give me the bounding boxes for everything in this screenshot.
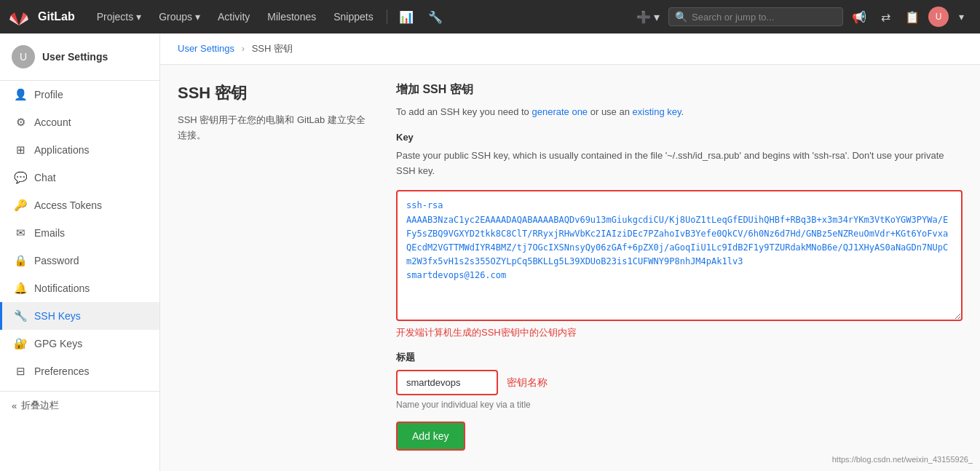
nav-projects[interactable]: Projects ▾ <box>90 8 149 25</box>
title-section: 标题 密钥名称 Name your individual key via a t… <box>396 351 963 410</box>
merge-request-icon[interactable]: ⇄ <box>875 7 896 27</box>
gpg-keys-icon: 🔐 <box>14 337 27 350</box>
sidebar-label-emails: Emails <box>34 227 65 239</box>
page-title: SSH 密钥 <box>178 82 367 104</box>
breadcrumb-current: SSH 密钥 <box>252 43 293 54</box>
search-icon: 🔍 <box>675 11 687 23</box>
sidebar-avatar: U <box>12 45 35 68</box>
helper-text: To add an SSH key you need to generate o… <box>396 105 963 120</box>
nav-activity[interactable]: Activity <box>210 8 257 25</box>
sidebar-label-applications: Applications <box>34 144 90 156</box>
sidebar-label-preferences: Preferences <box>34 365 89 377</box>
broadcast-icon[interactable]: 📢 <box>846 7 872 27</box>
sidebar-label-notifications: Notifications <box>34 282 90 294</box>
account-icon: ⚙ <box>14 116 27 129</box>
add-ssh-key-title: 增加 SSH 密钥 <box>396 82 963 98</box>
generate-link[interactable]: generate one <box>532 106 588 117</box>
brand-name: GitLab <box>38 10 75 23</box>
helper-mid: or use an <box>588 106 632 117</box>
sidebar-item-password[interactable]: 🔒 Password <box>0 247 159 274</box>
breadcrumb-parent[interactable]: User Settings <box>178 43 234 54</box>
sidebar-label-ssh-keys: SSH Keys <box>34 310 81 322</box>
breadcrumb: User Settings › SSH 密钥 <box>160 33 980 65</box>
sidebar-label-chat: Chat <box>34 172 56 183</box>
nav-groups[interactable]: Groups ▾ <box>151 8 208 25</box>
ssh-key-textarea[interactable]: ssh-rsa AAAAB3NzaC1yc2EAAAADAQABAAAABAQD… <box>396 190 963 321</box>
sidebar-item-chat[interactable]: 💬 Chat <box>0 164 159 191</box>
sidebar-item-ssh-keys[interactable]: 🔧 SSH Keys <box>0 302 159 330</box>
title-placeholder-text: 密钥名称 <box>507 376 548 389</box>
sidebar-item-profile[interactable]: 👤 Profile <box>0 81 159 108</box>
gitlab-logo[interactable] <box>9 7 29 27</box>
sidebar-item-emails[interactable]: ✉ Emails <box>0 219 159 247</box>
preferences-icon: ⊟ <box>14 365 27 378</box>
nav-milestones[interactable]: Milestones <box>260 8 323 25</box>
collapse-icon: « <box>12 400 17 411</box>
search-box[interactable]: 🔍 <box>668 7 843 26</box>
plus-button[interactable]: ➕ ▾ <box>631 7 665 27</box>
sidebar-item-gpg-keys[interactable]: 🔐 GPG Keys <box>0 330 159 357</box>
chat-icon: 💬 <box>14 171 27 184</box>
ssh-keys-icon: 🔧 <box>14 309 27 322</box>
search-input[interactable] <box>692 12 837 23</box>
title-field-label: 标题 <box>396 351 963 364</box>
helper-pre: To add an SSH key you need to <box>396 106 532 117</box>
content-area: SSH 密钥 SSH 密钥用于在您的电脑和 GitLab 建立安全连接。 增加 … <box>160 65 980 471</box>
title-hint: Name your individual key via a title <box>396 400 963 410</box>
helper-end: . <box>681 106 684 117</box>
sidebar-label-profile: Profile <box>34 89 63 100</box>
watermark: https://blog.csdn.net/weixin_43155926_ <box>832 455 973 464</box>
password-icon: 🔒 <box>14 254 27 267</box>
applications-icon: ⊞ <box>14 143 27 157</box>
existing-key-link[interactable]: existing key <box>633 106 681 117</box>
key-label: Key <box>396 132 963 143</box>
emails-icon: ✉ <box>14 226 27 240</box>
breadcrumb-separator: › <box>242 43 245 54</box>
wrench-icon[interactable]: 🔧 <box>422 7 448 27</box>
sidebar-item-preferences[interactable]: ⊟ Preferences <box>0 357 159 385</box>
left-panel: SSH 密钥 SSH 密钥用于在您的电脑和 GitLab 建立安全连接。 <box>178 82 396 471</box>
add-key-button[interactable]: Add key <box>396 421 465 451</box>
page-layout: U User Settings 👤 Profile ⚙ Account ⊞ Ap… <box>0 33 980 471</box>
ssh-key-title-input[interactable] <box>396 370 498 395</box>
title-row: 密钥名称 <box>396 370 963 395</box>
key-helper-text: Paste your public SSH key, which is usua… <box>396 149 963 179</box>
nav-divider <box>387 9 387 24</box>
profile-icon: 👤 <box>14 88 27 101</box>
sidebar-title: User Settings <box>42 51 108 63</box>
key-annotation: 开发端计算机生成的SSH密钥中的公钥内容 <box>396 326 963 339</box>
sidebar-label-account: Account <box>34 116 71 128</box>
collapse-sidebar-button[interactable]: « 折叠边栏 <box>0 391 159 419</box>
sidebar-label-access-tokens: Access Tokens <box>34 199 102 211</box>
chart-icon[interactable]: 📊 <box>393 7 419 27</box>
sidebar: U User Settings 👤 Profile ⚙ Account ⊞ Ap… <box>0 33 160 471</box>
sidebar-item-account[interactable]: ⚙ Account <box>0 108 159 136</box>
sidebar-header: U User Settings <box>0 33 159 81</box>
sidebar-label-gpg-keys: GPG Keys <box>34 338 82 349</box>
issues-icon[interactable]: 📋 <box>899 7 925 27</box>
notifications-icon: 🔔 <box>14 282 27 295</box>
collapse-label: 折叠边栏 <box>21 399 59 412</box>
nav-snippets[interactable]: Snippets <box>326 8 380 25</box>
user-avatar[interactable]: U <box>928 7 949 27</box>
sidebar-label-password: Password <box>34 255 79 266</box>
page-description: SSH 密钥用于在您的电脑和 GitLab 建立安全连接。 <box>178 113 367 143</box>
main-content: User Settings › SSH 密钥 SSH 密钥 SSH 密钥用于在您… <box>160 33 980 471</box>
access-tokens-icon: 🔑 <box>14 199 27 212</box>
sidebar-item-applications[interactable]: ⊞ Applications <box>0 136 159 164</box>
sidebar-item-access-tokens[interactable]: 🔑 Access Tokens <box>0 191 159 219</box>
sidebar-item-notifications[interactable]: 🔔 Notifications <box>0 274 159 302</box>
avatar-dropdown[interactable]: ▾ <box>952 8 971 25</box>
top-navigation: GitLab Projects ▾ Groups ▾ Activity Mile… <box>0 0 980 33</box>
right-panel: 增加 SSH 密钥 To add an SSH key you need to … <box>396 82 963 471</box>
